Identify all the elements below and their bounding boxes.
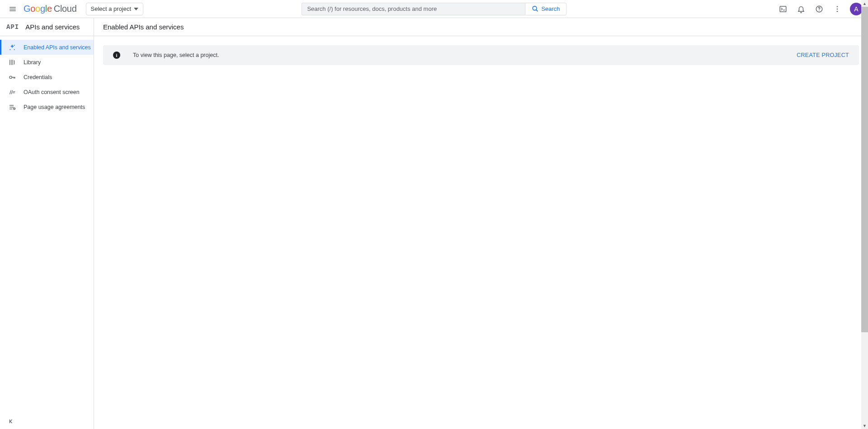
info-message: To view this page, select a project. <box>133 52 219 58</box>
notifications-icon[interactable] <box>793 1 809 17</box>
logo-suffix: Cloud <box>54 4 77 14</box>
search-icon <box>532 5 538 12</box>
library-icon <box>8 58 16 66</box>
svg-rect-2 <box>780 6 786 12</box>
more-icon[interactable] <box>829 1 845 17</box>
svg-point-4 <box>837 6 838 7</box>
page-title: Enabled APIs and services <box>94 23 184 31</box>
info-icon: i <box>113 52 120 59</box>
avatar-initial: A <box>854 5 858 13</box>
header-right: A <box>775 1 864 17</box>
search-input[interactable] <box>307 5 519 12</box>
vertical-scrollbar[interactable]: ▲ ▼ <box>861 0 868 429</box>
svg-point-0 <box>533 6 537 10</box>
svg-point-9 <box>14 45 15 46</box>
help-icon[interactable] <box>811 1 827 17</box>
project-selector-label: Select a project <box>91 5 132 12</box>
sidebar-item-enabled-apis[interactable]: Enabled APIs and services <box>0 40 94 55</box>
dropdown-icon <box>134 7 138 11</box>
scroll-down-icon[interactable]: ▼ <box>861 422 868 429</box>
svg-point-10 <box>9 76 12 78</box>
sub-header: API APIs and services Enabled APIs and s… <box>0 18 868 36</box>
project-selector[interactable]: Select a project <box>86 3 144 15</box>
page-usage-icon <box>8 103 16 111</box>
google-cloud-logo[interactable]: Google Cloud <box>24 4 77 14</box>
api-glyph-icon: API <box>6 24 19 31</box>
main-content: i To view this page, select a project. C… <box>94 36 868 429</box>
oauth-icon <box>8 88 16 96</box>
sidebar-item-label: Credentials <box>24 74 52 80</box>
svg-line-1 <box>536 9 538 11</box>
sidebar-item-page-usage[interactable]: Page usage agreements <box>0 99 94 114</box>
sidebar-item-oauth[interactable]: OAuth consent screen <box>0 85 94 99</box>
credentials-icon <box>8 73 16 81</box>
search-button-label: Search <box>541 5 560 12</box>
info-bar: i To view this page, select a project. C… <box>103 45 859 65</box>
sub-header-left: API APIs and services <box>0 18 94 36</box>
sidebar: Enabled APIs and services Library Creden… <box>0 36 94 429</box>
svg-point-8 <box>14 49 15 50</box>
create-project-button[interactable]: CREATE PROJECT <box>797 52 849 58</box>
sidebar-item-label: OAuth consent screen <box>24 89 80 95</box>
section-title: APIs and services <box>25 23 80 31</box>
svg-point-7 <box>9 49 10 50</box>
search-button[interactable]: Search <box>525 3 566 15</box>
sidebar-item-credentials[interactable]: Credentials <box>0 70 94 85</box>
collapse-sidebar-icon[interactable] <box>8 418 14 424</box>
sidebar-item-label: Library <box>24 59 41 66</box>
svg-point-5 <box>837 8 838 9</box>
sidebar-item-label: Enabled APIs and services <box>24 44 91 51</box>
enabled-apis-icon <box>8 43 16 52</box>
scroll-up-icon[interactable]: ▲ <box>861 0 868 7</box>
top-header: Google Cloud Select a project Search <box>0 0 868 18</box>
layout: Enabled APIs and services Library Creden… <box>0 36 868 429</box>
svg-point-6 <box>837 10 838 12</box>
scrollbar-thumb[interactable] <box>861 7 868 332</box>
search-input-wrap[interactable] <box>301 3 525 15</box>
cloud-shell-icon[interactable] <box>775 1 791 17</box>
avatar[interactable]: A <box>850 3 863 15</box>
sidebar-item-library[interactable]: Library <box>0 55 94 70</box>
sidebar-item-label: Page usage agreements <box>24 104 85 110</box>
search-container: Search <box>301 3 566 15</box>
menu-icon[interactable] <box>4 0 22 18</box>
